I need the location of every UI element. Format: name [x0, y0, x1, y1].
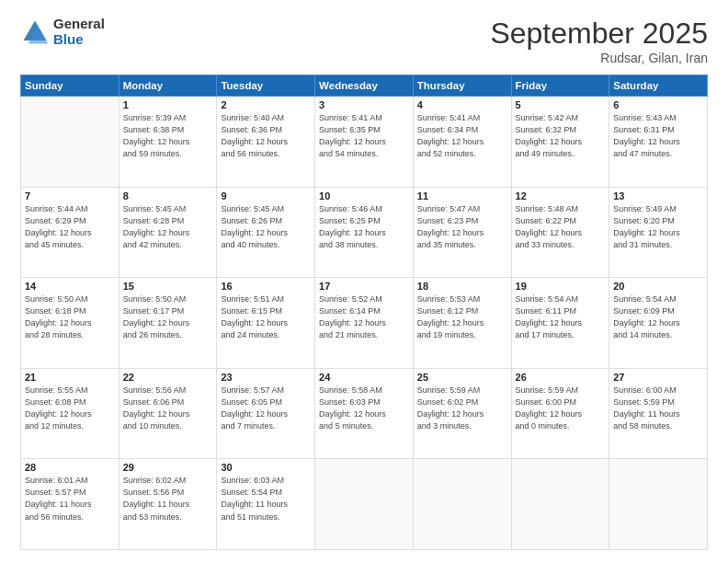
logo-general-text: General: [53, 17, 105, 32]
day-info: Sunrise: 5:52 AM Sunset: 6:14 PM Dayligh…: [319, 293, 409, 341]
location: Rudsar, Gilan, Iran: [490, 51, 708, 65]
col-friday: Friday: [511, 75, 609, 97]
calendar-cell: 26Sunrise: 5:59 AM Sunset: 6:00 PM Dayli…: [511, 368, 609, 459]
day-number: 16: [221, 281, 311, 292]
calendar-week-5: 28Sunrise: 6:01 AM Sunset: 5:57 PM Dayli…: [21, 459, 708, 550]
title-block: September 2025 Rudsar, Gilan, Iran: [490, 17, 708, 65]
day-number: 17: [319, 281, 409, 292]
calendar-cell: 28Sunrise: 6:01 AM Sunset: 5:57 PM Dayli…: [21, 459, 119, 550]
col-tuesday: Tuesday: [217, 75, 315, 97]
calendar-week-1: 1Sunrise: 5:39 AM Sunset: 6:38 PM Daylig…: [21, 97, 708, 188]
day-number: 9: [221, 190, 311, 201]
day-info: Sunrise: 5:46 AM Sunset: 6:25 PM Dayligh…: [319, 203, 409, 251]
day-info: Sunrise: 5:51 AM Sunset: 6:15 PM Dayligh…: [221, 293, 311, 341]
day-number: 14: [25, 281, 115, 292]
day-info: Sunrise: 5:45 AM Sunset: 6:28 PM Dayligh…: [123, 203, 213, 251]
day-number: 3: [319, 99, 409, 110]
day-number: 5: [516, 99, 606, 110]
calendar-cell: 14Sunrise: 5:50 AM Sunset: 6:18 PM Dayli…: [21, 278, 119, 369]
calendar-cell: 8Sunrise: 5:45 AM Sunset: 6:28 PM Daylig…: [119, 187, 217, 278]
calendar-cell: [315, 459, 414, 550]
col-saturday: Saturday: [609, 75, 708, 97]
calendar-cell: 23Sunrise: 5:57 AM Sunset: 6:05 PM Dayli…: [217, 368, 315, 459]
day-number: 19: [516, 281, 606, 292]
calendar-cell: 21Sunrise: 5:55 AM Sunset: 6:08 PM Dayli…: [21, 368, 119, 459]
header-row: Sunday Monday Tuesday Wednesday Thursday…: [21, 75, 708, 97]
calendar-cell: 20Sunrise: 5:54 AM Sunset: 6:09 PM Dayli…: [609, 278, 708, 369]
col-thursday: Thursday: [413, 75, 511, 97]
calendar-cell: 25Sunrise: 5:59 AM Sunset: 6:02 PM Dayli…: [413, 368, 511, 459]
day-info: Sunrise: 5:49 AM Sunset: 6:20 PM Dayligh…: [613, 203, 703, 251]
day-info: Sunrise: 5:45 AM Sunset: 6:26 PM Dayligh…: [221, 203, 311, 251]
calendar-cell: 11Sunrise: 5:47 AM Sunset: 6:23 PM Dayli…: [413, 187, 511, 278]
calendar-cell: 30Sunrise: 6:03 AM Sunset: 5:54 PM Dayli…: [217, 459, 315, 550]
day-info: Sunrise: 5:54 AM Sunset: 6:09 PM Dayligh…: [613, 293, 703, 341]
calendar-week-2: 7Sunrise: 5:44 AM Sunset: 6:29 PM Daylig…: [21, 187, 708, 278]
calendar-cell: 7Sunrise: 5:44 AM Sunset: 6:29 PM Daylig…: [21, 187, 119, 278]
day-number: 20: [613, 281, 703, 292]
month-title: September 2025: [490, 17, 708, 51]
day-info: Sunrise: 5:41 AM Sunset: 6:34 PM Dayligh…: [417, 112, 507, 160]
day-number: 29: [123, 462, 213, 473]
day-number: 24: [319, 372, 409, 383]
day-number: 2: [221, 99, 311, 110]
day-number: 4: [417, 99, 507, 110]
calendar-table: Sunday Monday Tuesday Wednesday Thursday…: [20, 75, 708, 550]
col-sunday: Sunday: [21, 75, 119, 97]
day-number: 10: [319, 190, 409, 201]
day-number: 8: [123, 190, 213, 201]
calendar-cell: [609, 459, 708, 550]
day-number: 30: [221, 462, 311, 473]
day-info: Sunrise: 6:01 AM Sunset: 5:57 PM Dayligh…: [25, 475, 115, 523]
day-number: 15: [123, 281, 213, 292]
calendar-cell: 2Sunrise: 5:40 AM Sunset: 6:36 PM Daylig…: [217, 97, 315, 188]
calendar-cell: 16Sunrise: 5:51 AM Sunset: 6:15 PM Dayli…: [217, 278, 315, 369]
calendar-cell: 18Sunrise: 5:53 AM Sunset: 6:12 PM Dayli…: [413, 278, 511, 369]
day-number: 12: [516, 190, 606, 201]
day-info: Sunrise: 6:00 AM Sunset: 5:59 PM Dayligh…: [613, 385, 703, 432]
day-number: 28: [25, 462, 115, 473]
day-info: Sunrise: 5:50 AM Sunset: 6:18 PM Dayligh…: [25, 293, 115, 341]
day-info: Sunrise: 5:44 AM Sunset: 6:29 PM Dayligh…: [25, 203, 115, 251]
day-info: Sunrise: 5:55 AM Sunset: 6:08 PM Dayligh…: [25, 385, 115, 432]
col-wednesday: Wednesday: [315, 75, 414, 97]
calendar-cell: 9Sunrise: 5:45 AM Sunset: 6:26 PM Daylig…: [217, 187, 315, 278]
header: General Blue September 2025 Rudsar, Gila…: [20, 17, 708, 65]
day-number: 11: [417, 190, 507, 201]
day-number: 18: [417, 281, 507, 292]
calendar-cell: [21, 97, 119, 188]
day-number: 7: [25, 190, 115, 201]
day-info: Sunrise: 5:59 AM Sunset: 6:00 PM Dayligh…: [516, 385, 606, 432]
day-number: 25: [417, 372, 507, 383]
day-number: 22: [123, 372, 213, 383]
day-info: Sunrise: 5:41 AM Sunset: 6:35 PM Dayligh…: [319, 112, 409, 160]
day-info: Sunrise: 5:50 AM Sunset: 6:17 PM Dayligh…: [123, 293, 213, 341]
day-info: Sunrise: 5:40 AM Sunset: 6:36 PM Dayligh…: [221, 112, 311, 160]
day-info: Sunrise: 6:03 AM Sunset: 5:54 PM Dayligh…: [221, 475, 311, 523]
calendar-cell: 19Sunrise: 5:54 AM Sunset: 6:11 PM Dayli…: [511, 278, 609, 369]
calendar-week-4: 21Sunrise: 5:55 AM Sunset: 6:08 PM Dayli…: [21, 368, 708, 459]
calendar-cell: 10Sunrise: 5:46 AM Sunset: 6:25 PM Dayli…: [315, 187, 414, 278]
calendar-week-3: 14Sunrise: 5:50 AM Sunset: 6:18 PM Dayli…: [21, 278, 708, 369]
calendar-cell: 24Sunrise: 5:58 AM Sunset: 6:03 PM Dayli…: [315, 368, 414, 459]
day-number: 21: [25, 372, 115, 383]
day-info: Sunrise: 5:58 AM Sunset: 6:03 PM Dayligh…: [319, 385, 409, 432]
day-info: Sunrise: 5:39 AM Sunset: 6:38 PM Dayligh…: [123, 112, 213, 160]
logo-blue-text: Blue: [53, 32, 105, 48]
calendar-cell: 17Sunrise: 5:52 AM Sunset: 6:14 PM Dayli…: [315, 278, 414, 369]
logo-icon: [20, 17, 50, 47]
day-number: 23: [221, 372, 311, 383]
day-number: 13: [613, 190, 703, 201]
day-info: Sunrise: 5:48 AM Sunset: 6:22 PM Dayligh…: [516, 203, 606, 251]
calendar-cell: 27Sunrise: 6:00 AM Sunset: 5:59 PM Dayli…: [609, 368, 708, 459]
col-monday: Monday: [119, 75, 217, 97]
day-info: Sunrise: 6:02 AM Sunset: 5:56 PM Dayligh…: [123, 475, 213, 523]
page: General Blue September 2025 Rudsar, Gila…: [0, 0, 728, 563]
calendar-cell: 6Sunrise: 5:43 AM Sunset: 6:31 PM Daylig…: [609, 97, 708, 188]
day-info: Sunrise: 5:53 AM Sunset: 6:12 PM Dayligh…: [417, 293, 507, 341]
calendar-cell: 15Sunrise: 5:50 AM Sunset: 6:17 PM Dayli…: [119, 278, 217, 369]
calendar-cell: 12Sunrise: 5:48 AM Sunset: 6:22 PM Dayli…: [511, 187, 609, 278]
calendar-cell: [511, 459, 609, 550]
day-info: Sunrise: 5:43 AM Sunset: 6:31 PM Dayligh…: [613, 112, 703, 160]
day-number: 1: [123, 99, 213, 110]
